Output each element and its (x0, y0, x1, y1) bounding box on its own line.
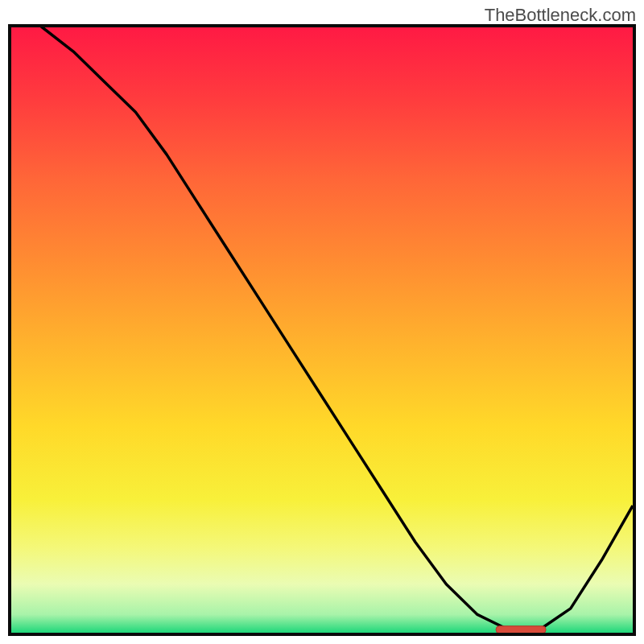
watermark-text: TheBottleneck.com (485, 5, 636, 26)
heatmap-background (11, 27, 633, 633)
chart-frame (8, 24, 636, 636)
sweet-spot-marker (496, 626, 546, 633)
bottleneck-chart (11, 27, 633, 633)
